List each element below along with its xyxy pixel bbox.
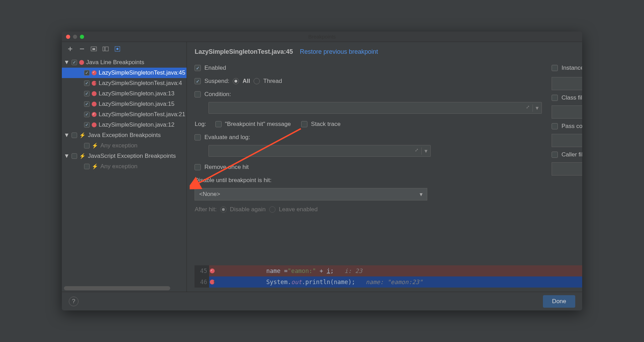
item-checkbox[interactable]	[84, 70, 90, 76]
horizontal-scrollbar[interactable]	[64, 286, 184, 290]
item-checkbox[interactable]	[84, 91, 90, 96]
tree-item[interactable]: LazySimpleSingleton.java:15	[62, 99, 187, 109]
disable-until-value: <None>	[199, 191, 220, 198]
chevron-down-icon[interactable]: ▾	[532, 104, 539, 112]
item-checkbox[interactable]	[84, 164, 90, 169]
suspend-all-radio[interactable]	[233, 78, 239, 84]
pass-count-input[interactable]	[552, 134, 582, 147]
enabled-label: Enabled	[204, 65, 226, 71]
breakpoint-icon	[79, 60, 84, 65]
log-stacktrace-checkbox[interactable]	[301, 121, 307, 127]
disable-until-combo[interactable]: <None> ▾	[195, 188, 427, 200]
enabled-checkbox[interactable]	[195, 65, 201, 71]
sidebar: ▼ Java Line Breakpoints LazySimpleSingle…	[62, 42, 187, 292]
group-label: JavaScript Exception Breakpoints	[88, 153, 176, 160]
suspend-thread-radio[interactable]	[254, 78, 260, 84]
item-label: Any exception	[100, 163, 138, 170]
instance-filters-input[interactable]	[552, 77, 582, 90]
sidebar-toolbar	[62, 42, 187, 56]
dialog-footer: ? Done	[62, 292, 582, 310]
tree-group[interactable]: ▼ ⚡ Java Exception Breakpoints	[62, 130, 187, 140]
group-checkbox[interactable]	[72, 60, 77, 65]
help-button[interactable]: ?	[69, 297, 79, 306]
group-checkbox[interactable]	[72, 153, 77, 159]
code-text: name ="eamon:" + i; i: 23	[217, 267, 362, 274]
remove-once-hit-label: Remove once hit	[204, 164, 249, 171]
titlebar: Breakpoints	[62, 32, 582, 42]
breakpoint-title: LazySimpleSingletonTest.java:45	[195, 48, 293, 55]
pass-count-label: Pass count:	[561, 123, 582, 130]
tree-item[interactable]: LazySimpleSingleton.java:12	[62, 120, 187, 130]
chevron-down-icon[interactable]: ▾	[421, 147, 428, 155]
condition-label: Condition:	[204, 91, 231, 98]
item-label: LazySimpleSingleton.java:13	[99, 90, 174, 97]
tree-group[interactable]: ▼ Java Line Breakpoints	[62, 57, 187, 68]
log-breakpoint-hit-label: "Breakpoint hit" message	[225, 121, 291, 128]
item-label: LazySimpleSingletonTest.java:21	[99, 111, 185, 118]
condition-checkbox[interactable]	[195, 91, 201, 97]
tree-item[interactable]: LazySimpleSingletonTest.java:21	[62, 109, 187, 120]
after-hit-disable-label: Disable again	[230, 206, 266, 213]
group-checkbox[interactable]	[72, 132, 77, 138]
chevron-down-icon[interactable]: ▼	[64, 153, 69, 160]
breakpoint-icon	[92, 122, 97, 127]
instance-filters-checkbox[interactable]	[552, 65, 558, 71]
breakpoint-conditional-icon	[92, 81, 97, 86]
tree-group[interactable]: ▼ ⚡ JavaScript Exception Breakpoints	[62, 151, 187, 161]
code-line: 45 name ="eamon:" + i; i: 23	[195, 265, 582, 276]
log-label: Log:	[195, 121, 206, 128]
remove-icon[interactable]	[79, 45, 85, 52]
group-by-class-icon[interactable]	[102, 45, 109, 52]
condition-input[interactable]: ⤢ ▾	[208, 102, 542, 114]
suspend-checkbox[interactable]	[195, 78, 201, 84]
breakpoint-details: LazySimpleSingletonTest.java:45 Restore …	[187, 42, 582, 292]
item-checkbox[interactable]	[84, 80, 90, 86]
expand-icon[interactable]: ⤢	[526, 104, 530, 110]
after-hit-leave-radio[interactable]	[269, 206, 275, 213]
tree-item[interactable]: ⚡ Any exception	[62, 140, 187, 151]
after-hit-leave-label: Leave enabled	[279, 206, 318, 213]
restore-breakpoint-link[interactable]: Restore previous breakpoint	[300, 48, 378, 55]
item-checkbox[interactable]	[84, 101, 90, 107]
class-filters-label: Class filters:	[561, 94, 582, 101]
tree-item[interactable]: LazySimpleSingleton.java:13	[62, 88, 187, 99]
item-checkbox[interactable]	[84, 143, 90, 148]
expand-icon[interactable]: ⤢	[415, 147, 419, 153]
log-breakpoint-hit-checkbox[interactable]	[215, 121, 222, 127]
item-label: LazySimpleSingletonTest.java:45	[99, 69, 185, 76]
tree-item[interactable]: ⚡ Any exception	[62, 161, 187, 172]
after-hit-disable-radio[interactable]	[220, 206, 226, 213]
add-icon[interactable]	[67, 45, 74, 52]
class-filters-input[interactable]: 📁	[552, 105, 582, 119]
suspend-all-label: All	[242, 78, 250, 85]
exception-icon: ⚡	[79, 153, 86, 159]
caller-filters-checkbox[interactable]	[552, 152, 558, 158]
svg-point-5	[116, 48, 118, 50]
caller-filters-input[interactable]: 📁	[552, 162, 582, 176]
breakpoint-verified-icon	[92, 112, 97, 117]
breakpoint-verified-icon	[92, 70, 97, 75]
class-filters-checkbox[interactable]	[552, 95, 558, 101]
pass-count-checkbox[interactable]	[552, 123, 558, 129]
evaluate-log-input[interactable]: ⤢ ▾	[208, 145, 431, 157]
tree-item[interactable]: LazySimpleSingletonTest.java:4	[62, 78, 187, 88]
breakpoint-tree: ▼ Java Line Breakpoints LazySimpleSingle…	[62, 56, 187, 286]
chevron-down-icon[interactable]: ▼	[64, 132, 69, 139]
item-checkbox[interactable]	[84, 112, 90, 117]
breakpoint-gutter-icon[interactable]	[209, 268, 217, 273]
evaluate-log-checkbox[interactable]	[195, 134, 201, 140]
done-button[interactable]: Done	[543, 295, 575, 308]
group-by-package-icon[interactable]	[90, 45, 97, 52]
remove-once-hit-checkbox[interactable]	[195, 164, 201, 170]
breakpoint-gutter-icon[interactable]	[209, 280, 217, 284]
item-checkbox[interactable]	[84, 122, 90, 128]
caller-filters-label: Caller filters:	[561, 151, 582, 158]
chevron-down-icon[interactable]: ▼	[64, 59, 69, 66]
chevron-down-icon[interactable]: ▾	[420, 191, 423, 198]
log-stacktrace-label: Stack trace	[311, 121, 340, 128]
view-breakpoints-icon[interactable]	[114, 45, 121, 52]
item-label: Any exception	[100, 142, 138, 149]
tree-item[interactable]: LazySimpleSingletonTest.java:45	[62, 68, 187, 78]
item-label: LazySimpleSingletonTest.java:4	[99, 80, 182, 87]
group-label: Java Line Breakpoints	[86, 59, 144, 66]
